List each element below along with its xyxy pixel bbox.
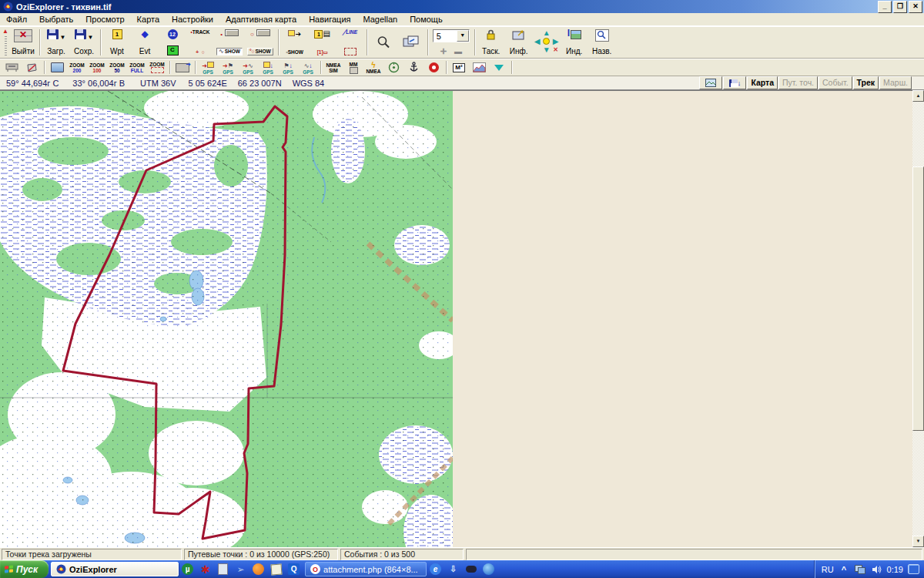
moving-map-button[interactable]: MM [343,60,363,76]
minimize-button[interactable]: _ [878,1,892,13]
lifebuoy-button[interactable] [424,60,444,76]
start-button[interactable]: Пуск [0,560,49,578]
zoom-50-button[interactable]: ZOOM 50 [107,60,127,76]
menu-adaptive-map[interactable]: Адаптивная карта [219,13,303,25]
filter-button[interactable] [489,60,509,76]
pan-left-icon[interactable]: ◀ [534,38,541,45]
zoom-level-combo[interactable]: 5 ▼ [433,29,470,42]
save-button[interactable]: ▼ Сохр. [70,28,98,57]
restore-button[interactable]: ❐ [893,1,907,13]
point-count-button[interactable]: 12 C [159,28,186,57]
zoom-100-button[interactable]: ZOOM 100 [87,60,107,76]
plotter-button[interactable] [2,60,22,76]
menu-file[interactable]: Файл [0,13,33,25]
mediaget-icon[interactable] [462,561,480,577]
send-icon[interactable]: ➢ [232,561,249,577]
gps-download-events-button[interactable]: ⚑↓ GPS [278,60,298,76]
track-control-button[interactable]: • ∿SHOW [214,28,245,57]
download-icon[interactable]: ⇩ [444,561,462,577]
nmea-button[interactable]: ϟ NMEA [363,60,383,76]
scroll-up-button[interactable]: ▲ [912,90,924,102]
print-button[interactable] [172,60,192,76]
track-tab-button[interactable]: Трек [853,76,879,89]
close-button[interactable]: ✕ [909,1,922,13]
map-viewport[interactable] [0,90,912,547]
compass-button[interactable] [383,60,403,76]
waypoint-button[interactable]: 1 Wpt [103,28,131,57]
hide-icons-chevron[interactable]: ^ [839,563,850,575]
events-tab-button[interactable]: Событ. [819,76,852,89]
menu-view[interactable]: Просмотр [79,13,130,25]
line-tool-button[interactable]: ╱LINE [336,28,364,57]
toolbar-grip[interactable]: ▲ [2,28,9,57]
task-attachment[interactable]: O attachment.php (864×8... [305,562,427,576]
topographic-map[interactable] [0,91,453,547]
profile-button[interactable] [469,60,489,76]
task-oziexplorer[interactable]: OziExplorer [51,562,179,576]
route-tab-button[interactable]: Марш. [879,76,912,89]
pan-right-icon[interactable]: ▶ [553,38,559,45]
load-button[interactable]: ▼ Загр. [42,28,70,57]
map-name-button[interactable]: Назв. [588,28,616,57]
scroll-down-button[interactable]: ▼ [912,536,924,547]
menu-settings[interactable]: Настройки [166,13,219,25]
map-tab-button[interactable]: Карта [747,76,778,89]
exit-button[interactable]: ✕ Выйти [9,28,37,57]
pan-arrow-pad[interactable]: ▲ ◀▶ ▼✕ [533,29,561,57]
pan-up-icon[interactable]: ▲ [543,29,551,37]
map-view-button[interactable] [397,28,425,57]
volume-icon[interactable] [871,563,882,575]
editor-icon[interactable] [267,561,285,577]
vertical-scrollbar[interactable]: ▲ ▼ [912,90,924,547]
combo-dropdown-icon[interactable]: ▼ [457,30,469,42]
menu-navigation[interactable]: Навигация [303,13,357,25]
gps-upload-track-button[interactable]: ➜∿ GPS [238,60,258,76]
red-app-icon[interactable]: ✱ [196,561,214,577]
icq-icon[interactable]: Q [285,561,303,577]
zoom-200-button[interactable]: ZOOM 200 [67,60,87,76]
track-tools[interactable]: •TRACK + ○ [186,28,214,57]
dropdown-arrow-icon: ▼ [88,34,94,41]
display-icon[interactable] [908,563,919,575]
gps-upload-waypoints-button[interactable]: ➜ GPS [198,60,218,76]
zoom-in-button[interactable]: ✛ [437,47,450,55]
track-show-button[interactable]: ○ °○SHOW [245,28,276,57]
waypoint-list-button[interactable]: 1▤ [1]▭ [309,28,336,57]
pan-center-icon[interactable] [543,38,550,45]
pan-down-icon[interactable]: ▼ [543,46,551,54]
anchor-button[interactable] [403,60,424,76]
map-image-button[interactable] [699,76,722,89]
menu-map[interactable]: Карта [131,13,166,25]
index-map-button[interactable]: I Инд. [561,28,588,57]
gps-download-waypoints-button[interactable]: ↓ GPS [258,60,278,76]
network-icon[interactable] [855,563,866,575]
blue-app-icon[interactable] [480,561,497,577]
notepad-icon[interactable] [214,561,232,577]
zoom-selection-button[interactable]: ZOOM [147,60,167,76]
magnifier-button[interactable] [370,28,397,57]
nmea-simulator-button[interactable]: NMEA SIM [323,60,343,76]
map-wizard-button[interactable] [22,60,42,76]
point-show-button[interactable]: ➔ ▫SHOW [281,28,309,57]
language-indicator[interactable]: RU [822,565,834,574]
menu-magellan[interactable]: Magellan [357,13,403,25]
gps-download-track-button[interactable]: ∿↓ GPS [298,60,318,76]
gps-upload-events-button[interactable]: ➜⚑ GPS [218,60,238,76]
zoom-out-button[interactable]: ▬ [450,47,466,55]
utorrent-icon[interactable]: µ [179,561,196,577]
clock[interactable]: 0:19 [887,565,903,574]
internet-explorer-icon[interactable]: e [427,561,444,577]
info-button[interactable]: Инф. [505,28,533,57]
quick-save-button[interactable]: ↓ [723,76,746,89]
firefox-icon[interactable] [249,561,267,577]
event-button[interactable]: ◆ Evt [131,28,159,57]
zoom-full-button[interactable]: ZOOM FULL [127,60,147,76]
lock-button[interactable]: Таск. [477,28,505,57]
area-measure-button[interactable]: M² [449,60,469,76]
menu-select[interactable]: Выбрать [33,13,79,25]
menu-help[interactable]: Помощь [403,13,449,25]
screen-button[interactable] [47,60,67,76]
pan-close-icon[interactable]: ✕ [553,46,558,53]
scroll-thumb[interactable] [912,166,924,431]
waypoints-tab-button[interactable]: Пут. точ. [778,76,818,89]
